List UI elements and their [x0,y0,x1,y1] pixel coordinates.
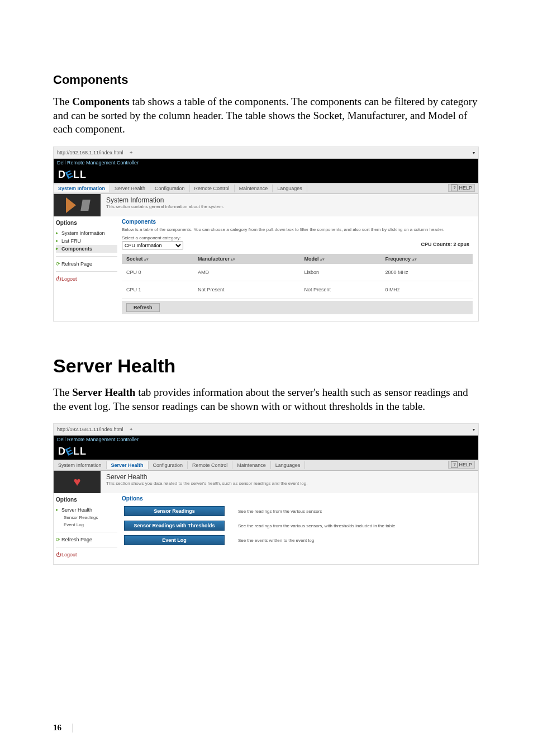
dell-logo: DELL [58,169,87,181]
dell-logo: DELL [58,446,87,457]
tab-remote-control[interactable]: Remote Control [188,461,232,469]
sidebar-logout[interactable]: Logout [56,551,117,559]
cell: AMD [193,264,300,281]
sort-icon: ▴▾ [412,257,417,261]
paragraph-components: The Components tab shows a table of the … [53,95,480,136]
address-bar[interactable]: http://192.168.1.11/index.html ✦ ▾ [54,424,478,436]
tab-system-information[interactable]: System Information [54,461,107,469]
panel-title: System Information [106,196,473,204]
new-tab-icon[interactable]: ✦ [129,427,134,432]
sidebar-item-list-fru[interactable]: List FRU [56,237,117,245]
section-thumbnail: ♥ [54,471,101,493]
sidebar-item-sensor-readings[interactable]: Sensor Readings [56,514,117,521]
components-table: Socket ▴▾ Manufacturer ▴▾ Model ▴▾ Frequ… [122,254,473,299]
window-title: Dell Remote Management Controller [54,159,478,167]
help-button[interactable]: ?HELP [448,461,475,469]
sidebar-logout[interactable]: Logout [56,275,117,283]
sidebar-item-components[interactable]: Components [56,245,117,253]
url-text: http://192.168.1.11/index.html [57,150,123,155]
panel-crumb: Components [122,219,473,225]
tab-languages[interactable]: Languages [271,461,306,469]
url-text: http://192.168.1.11/index.html [57,427,123,432]
sort-icon: ▴▾ [320,257,325,261]
col-model[interactable]: Model ▴▾ [300,254,381,264]
tab-server-health[interactable]: Server Health [110,185,150,192]
card-desc: See the events written to the event log [227,533,473,547]
tab-configuration[interactable]: Configuration [149,461,188,469]
table-row: CPU 0 AMD Lisbon 2800 MHz [122,264,473,281]
screenshot-server-health: http://192.168.1.11/index.html ✦ ▾ Dell … [53,423,479,565]
sidebar: Options System Information List FRU Comp… [54,216,120,321]
refresh-button[interactable]: Refresh [126,303,160,312]
cell: 0 MHz [381,281,473,299]
table-row: CPU 1 Not Present Not Present 0 MHz [122,281,473,299]
main-tabs: System Information Server Health Configu… [54,183,478,194]
col-manufacturer[interactable]: Manufacturer ▴▾ [193,254,300,264]
sidebar-heading: Options [56,497,117,503]
help-label: HELP [459,462,472,467]
tab-server-health[interactable]: Server Health [107,461,149,469]
sidebar-item-server-health[interactable]: Server Health [56,506,117,514]
cell: Lisbon [300,264,381,281]
cell: CPU 0 [122,264,193,281]
tab-maintenance[interactable]: Maintenance [235,185,273,192]
footer-divider [73,724,73,733]
paragraph-server-health: The Server Health tab provides informati… [53,386,480,413]
panel-description: Below is a table of the components. You … [122,227,473,232]
logo-bar: DELL [54,167,478,183]
sidebar-refresh-page[interactable]: Refresh Page [56,536,117,544]
sort-icon: ▴▾ [231,257,235,261]
sidebar-heading: Options [56,220,117,226]
card-sensor-readings-thresholds[interactable]: Sensor Readings with Thresholds [124,521,225,531]
col-socket[interactable]: Socket ▴▾ [122,254,193,264]
tab-remote-control[interactable]: Remote Control [190,185,235,192]
help-icon: ? [451,185,458,191]
page-number: 16 [53,723,61,733]
dropdown-icon[interactable]: ▾ [473,427,475,432]
tab-languages[interactable]: Languages [273,185,307,192]
sidebar-item-event-log[interactable]: Event Log [56,521,117,528]
select-label: Select a component category: [122,235,473,240]
category-select[interactable]: CPU Information [122,242,183,249]
address-bar[interactable]: http://192.168.1.11/index.html ✦ ▾ [54,147,478,159]
panel-subtitle: This section shows you data related to t… [106,481,473,486]
heading-server-health: Server Health [53,355,480,377]
heading-components: Components [53,73,480,87]
logo-bar: DELL [54,443,478,460]
cell: CPU 1 [122,281,193,299]
tab-maintenance[interactable]: Maintenance [232,461,271,469]
help-button[interactable]: ?HELP [448,184,475,192]
col-frequency[interactable]: Frequency ▴▾ [381,254,473,264]
new-tab-icon[interactable]: ✦ [129,150,134,155]
sidebar-item-system-information[interactable]: System Information [56,229,117,237]
cell: Not Present [300,281,381,299]
screenshot-components: http://192.168.1.11/index.html ✦ ▾ Dell … [53,147,479,322]
sidebar: Options Server Health Sensor Readings Ev… [54,493,120,564]
sidebar-refresh-page[interactable]: Refresh Page [56,260,117,268]
help-icon: ? [451,461,458,468]
sort-icon: ▴▾ [144,257,149,261]
card-desc: See the readings from the various sensor… [227,518,473,533]
dropdown-icon[interactable]: ▾ [473,150,475,155]
tab-system-information[interactable]: System Information [54,185,110,192]
card-sensor-readings[interactable]: Sensor Readings [124,506,225,516]
panel-crumb: Options [122,495,473,502]
cell: 2800 MHz [381,264,473,281]
cpu-counts: CPU Counts: 2 cpus [421,242,469,247]
card-desc: See the readings from the various sensor… [227,504,473,518]
cell: Not Present [193,281,300,299]
tab-configuration[interactable]: Configuration [150,185,190,192]
section-thumbnail [54,194,101,216]
panel-subtitle: This section contains general informatio… [106,204,473,209]
window-title: Dell Remote Management Controller [54,436,478,443]
page-footer: 16 [53,723,73,733]
card-event-log[interactable]: Event Log [124,535,225,545]
help-label: HELP [459,185,472,191]
panel-title: Server Health [106,473,473,481]
main-tabs: System Information Server Health Configu… [54,460,478,471]
